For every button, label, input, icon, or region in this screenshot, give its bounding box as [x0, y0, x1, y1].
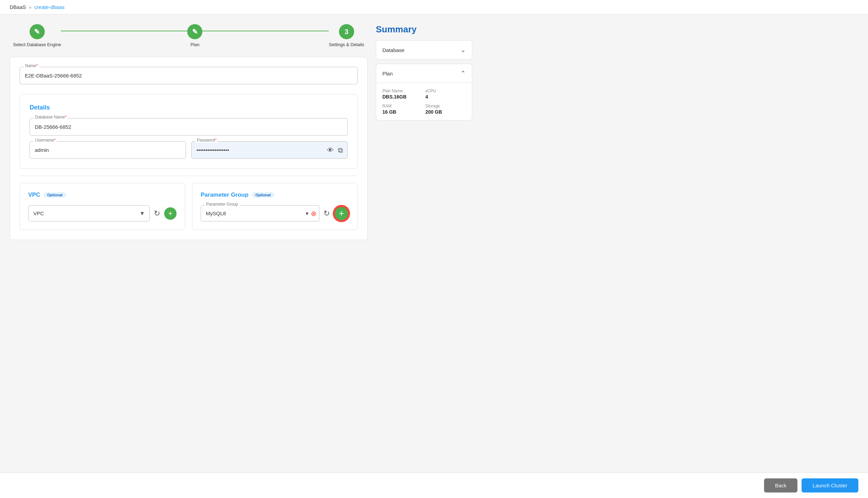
- database-name-input[interactable]: [30, 118, 348, 136]
- step-2-circle: ✎: [187, 24, 202, 39]
- copy-password-button[interactable]: ⧉: [337, 145, 343, 155]
- summary-plan-label: Plan: [382, 71, 393, 76]
- details-title: Details: [30, 104, 348, 111]
- param-add-icon: +: [339, 208, 344, 219]
- parameter-group-panel: Parameter Group Optional Parameter Group…: [192, 183, 358, 230]
- summary-plan-section: Plan ⌃ Plan Name DBS.16GB vCPU 4 RAM 16 …: [376, 64, 472, 121]
- param-title: Parameter Group: [201, 191, 248, 198]
- param-select-row: Parameter Group MySQL8 ▼ ⊗: [201, 205, 349, 221]
- eye-icon: 👁: [327, 146, 334, 154]
- param-select[interactable]: MySQL8: [201, 205, 319, 221]
- summary-database-chevron-down-icon: ⌄: [461, 46, 466, 54]
- vcpu-label: vCPU: [425, 89, 466, 93]
- vcpu-field: vCPU 4: [425, 89, 466, 100]
- param-refresh-button[interactable]: ↻: [324, 209, 330, 218]
- summary-plan-header[interactable]: Plan ⌃: [376, 64, 472, 83]
- name-field-wrapper: Name*: [20, 67, 358, 84]
- main-form-card: Name* Details Database Name*: [10, 57, 368, 240]
- plan-name-field: Plan Name DBS.16GB: [382, 89, 423, 100]
- vpc-panel: VPC Optional VPC ▼ ↻: [20, 183, 185, 230]
- vpc-title-row: VPC Optional: [28, 191, 177, 198]
- param-icons-overlay: ▼ ⊗: [305, 209, 317, 218]
- storage-value: 200 GB: [425, 109, 466, 115]
- summary-database-label: Database: [382, 47, 404, 53]
- summary-database-header[interactable]: Database ⌄: [376, 41, 472, 59]
- credentials-row: Username* Password* 👁: [30, 141, 348, 159]
- plan-name-label: Plan Name: [382, 89, 423, 93]
- summary-plan-body: Plan Name DBS.16GB vCPU 4 RAM 16 GB Stor…: [376, 83, 472, 120]
- storage-label: Storage: [425, 104, 466, 108]
- summary-plan-grid: Plan Name DBS.16GB vCPU 4 RAM 16 GB Stor…: [382, 89, 466, 115]
- name-input[interactable]: [20, 67, 358, 84]
- password-label: Password*: [195, 138, 218, 143]
- breadcrumb-root[interactable]: DBaaS: [10, 4, 26, 10]
- details-card: Details Database Name* Username*: [20, 94, 358, 169]
- param-add-button[interactable]: +: [334, 206, 349, 221]
- vpc-refresh-icon: ↻: [154, 209, 160, 218]
- copy-icon: ⧉: [338, 146, 343, 154]
- ram-label: RAM: [382, 104, 423, 108]
- param-clear-button[interactable]: ⊗: [311, 209, 317, 218]
- step-2: ✎ Plan: [187, 24, 202, 47]
- ram-value: 16 GB: [382, 109, 423, 115]
- step-connector-2: [202, 31, 329, 31]
- launch-cluster-button[interactable]: Launch Cluster: [802, 478, 858, 492]
- param-title-row: Parameter Group Optional: [201, 191, 349, 198]
- vpc-select-row: VPC ▼ ↻ +: [28, 205, 177, 221]
- database-name-label: Database Name*: [34, 115, 68, 120]
- summary-plan-chevron-up-icon: ⌃: [461, 70, 466, 77]
- vpc-add-button[interactable]: +: [164, 207, 177, 220]
- vpc-param-row: VPC Optional VPC ▼ ↻: [20, 183, 358, 230]
- vpc-select-wrapper: VPC ▼: [28, 205, 150, 221]
- step-2-icon: ✎: [192, 28, 198, 36]
- step-2-label: Plan: [190, 42, 199, 47]
- username-wrapper: Username*: [30, 141, 186, 159]
- show-password-button[interactable]: 👁: [326, 145, 335, 155]
- summary-title: Summary: [376, 24, 472, 35]
- password-icon-row: 👁 ⧉: [326, 145, 343, 155]
- param-select-inner: MySQL8 ▼ ⊗: [201, 205, 319, 221]
- step-1: ✎ Select Database Engine: [13, 24, 61, 47]
- username-label: Username*: [34, 138, 57, 143]
- back-button[interactable]: Back: [764, 478, 797, 492]
- step-3-number: 3: [345, 28, 348, 36]
- vpc-add-icon: +: [168, 209, 173, 218]
- vpc-optional-badge: Optional: [44, 192, 66, 198]
- database-name-wrapper: Database Name*: [30, 118, 348, 136]
- vcpu-value: 4: [425, 94, 466, 100]
- param-refresh-icon: ↻: [324, 209, 330, 218]
- step-1-icon: ✎: [34, 28, 40, 36]
- step-3: 3 Settings & Details: [329, 24, 364, 47]
- param-clear-icon: ⊗: [311, 209, 317, 218]
- breadcrumb-current[interactable]: create-dbaas: [34, 4, 65, 10]
- vpc-refresh-button[interactable]: ↻: [154, 209, 160, 218]
- param-optional-badge: Optional: [252, 192, 274, 198]
- ram-field: RAM 16 GB: [382, 104, 423, 115]
- step-3-label: Settings & Details: [329, 42, 364, 47]
- summary-panel: Summary Database ⌄ Plan ⌃ Plan Name DBS.…: [376, 24, 472, 247]
- username-input[interactable]: [30, 141, 186, 159]
- plan-name-value: DBS.16GB: [382, 94, 423, 100]
- password-input[interactable]: [191, 141, 348, 159]
- param-dropdown-arrow-icon: ▼: [305, 211, 309, 216]
- summary-database-section: Database ⌄: [376, 40, 472, 60]
- param-select-outer-wrapper: Parameter Group MySQL8 ▼ ⊗: [201, 205, 319, 221]
- step-connector-1: [61, 31, 187, 31]
- bottom-bar: Back Launch Cluster: [0, 473, 868, 498]
- name-label: Name*: [24, 63, 39, 68]
- step-1-label: Select Database Engine: [13, 42, 61, 47]
- storage-field: Storage 200 GB: [425, 104, 466, 115]
- param-select-label: Parameter Group: [205, 202, 240, 207]
- breadcrumb: DBaaS » create-dbaas: [0, 0, 868, 14]
- divider: [20, 176, 358, 176]
- step-3-circle: 3: [339, 24, 354, 39]
- vpc-select[interactable]: VPC: [28, 205, 150, 221]
- stepper: ✎ Select Database Engine ✎ Plan 3 Settin…: [10, 24, 368, 47]
- breadcrumb-separator: »: [29, 4, 32, 10]
- vpc-title: VPC: [28, 191, 40, 198]
- password-wrapper: Password* 👁 ⧉: [191, 141, 348, 159]
- step-1-circle: ✎: [30, 24, 45, 39]
